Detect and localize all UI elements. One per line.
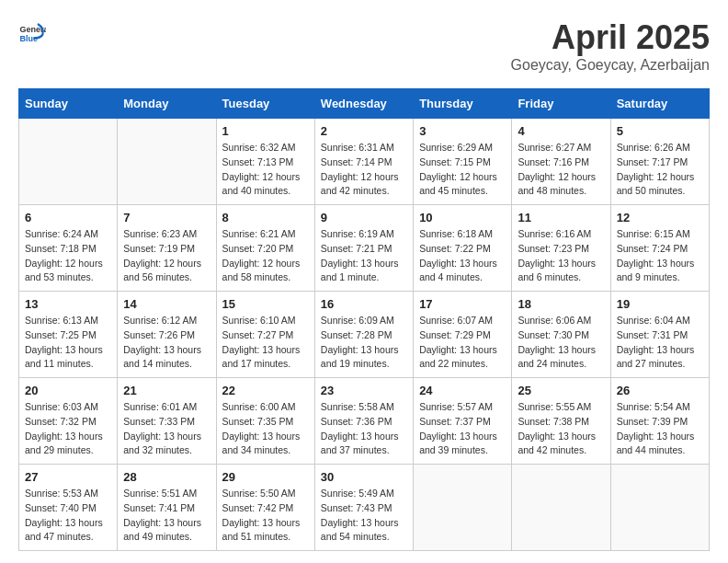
calendar-day-cell: 20Sunrise: 6:03 AMSunset: 7:32 PMDayligh… [19, 378, 118, 465]
day-number: 12 [617, 211, 703, 224]
day-number: 28 [123, 470, 210, 484]
day-info: Sunrise: 5:51 AMSunset: 7:41 PMDaylight:… [123, 487, 210, 545]
day-info: Sunrise: 6:19 AMSunset: 7:21 PMDaylight:… [321, 227, 407, 285]
day-info: Sunrise: 6:27 AMSunset: 7:16 PMDaylight:… [518, 141, 604, 199]
day-number: 6 [25, 211, 111, 224]
calendar-day-cell: 10Sunrise: 6:18 AMSunset: 7:22 PMDayligh… [414, 205, 512, 292]
calendar-day-cell: 19Sunrise: 6:04 AMSunset: 7:31 PMDayligh… [610, 292, 709, 378]
page-header: General Blue April 2025 Goeycay, Goeycay… [18, 18, 710, 74]
day-number: 21 [123, 384, 210, 397]
day-number: 11 [518, 211, 604, 224]
day-number: 27 [25, 470, 111, 484]
calendar-day-cell [19, 119, 118, 205]
day-info: Sunrise: 6:32 AMSunset: 7:13 PMDaylight:… [222, 141, 309, 199]
title-area: April 2025 Goeycay, Goeycay, Azerbaijan [511, 18, 710, 74]
calendar-day-cell: 29Sunrise: 5:50 AMSunset: 7:42 PMDayligh… [216, 465, 314, 551]
day-info: Sunrise: 6:00 AMSunset: 7:35 PMDaylight:… [222, 400, 309, 458]
calendar-day-cell: 12Sunrise: 6:15 AMSunset: 7:24 PMDayligh… [610, 205, 709, 292]
calendar-day-cell [118, 119, 216, 205]
day-number: 8 [222, 211, 309, 224]
day-number: 13 [25, 297, 111, 311]
day-number: 29 [222, 470, 309, 484]
calendar-day-cell: 6Sunrise: 6:24 AMSunset: 7:18 PMDaylight… [19, 205, 118, 292]
day-number: 5 [617, 124, 703, 138]
day-number: 23 [321, 384, 407, 397]
day-number: 16 [321, 297, 407, 311]
day-info: Sunrise: 6:18 AMSunset: 7:22 PMDaylight:… [419, 227, 506, 285]
day-number: 1 [222, 124, 309, 138]
day-number: 9 [321, 211, 407, 224]
logo-icon: General Blue [18, 18, 46, 46]
calendar-day-cell: 27Sunrise: 5:53 AMSunset: 7:40 PMDayligh… [19, 465, 118, 551]
calendar-week-row: 20Sunrise: 6:03 AMSunset: 7:32 PMDayligh… [19, 378, 710, 465]
day-number: 24 [419, 384, 506, 397]
calendar-day-cell: 1Sunrise: 6:32 AMSunset: 7:13 PMDaylight… [216, 119, 314, 205]
weekday-header-cell: Sunday [19, 89, 118, 119]
day-info: Sunrise: 6:21 AMSunset: 7:20 PMDaylight:… [222, 227, 309, 285]
day-number: 20 [25, 384, 111, 397]
calendar-week-row: 6Sunrise: 6:24 AMSunset: 7:18 PMDaylight… [19, 205, 710, 292]
calendar-day-cell: 18Sunrise: 6:06 AMSunset: 7:30 PMDayligh… [512, 292, 610, 378]
calendar-week-row: 13Sunrise: 6:13 AMSunset: 7:25 PMDayligh… [19, 292, 710, 378]
calendar-day-cell [414, 465, 512, 551]
day-number: 3 [419, 124, 506, 138]
calendar-week-row: 27Sunrise: 5:53 AMSunset: 7:40 PMDayligh… [19, 465, 710, 551]
calendar-day-cell: 25Sunrise: 5:55 AMSunset: 7:38 PMDayligh… [512, 378, 610, 465]
calendar-day-cell: 24Sunrise: 5:57 AMSunset: 7:37 PMDayligh… [414, 378, 512, 465]
calendar-day-cell: 13Sunrise: 6:13 AMSunset: 7:25 PMDayligh… [19, 292, 118, 378]
day-info: Sunrise: 5:53 AMSunset: 7:40 PMDaylight:… [25, 487, 111, 545]
calendar-day-cell: 17Sunrise: 6:07 AMSunset: 7:29 PMDayligh… [414, 292, 512, 378]
day-info: Sunrise: 6:31 AMSunset: 7:14 PMDaylight:… [321, 141, 407, 199]
calendar-day-cell: 8Sunrise: 6:21 AMSunset: 7:20 PMDaylight… [216, 205, 314, 292]
day-info: Sunrise: 6:09 AMSunset: 7:28 PMDaylight:… [321, 314, 407, 372]
calendar-body: 1Sunrise: 6:32 AMSunset: 7:13 PMDaylight… [19, 119, 710, 551]
day-info: Sunrise: 6:06 AMSunset: 7:30 PMDaylight:… [518, 314, 604, 372]
weekday-header-cell: Tuesday [216, 89, 314, 119]
calendar-day-cell: 7Sunrise: 6:23 AMSunset: 7:19 PMDaylight… [118, 205, 216, 292]
calendar-table: SundayMondayTuesdayWednesdayThursdayFrid… [18, 88, 710, 551]
weekday-header-cell: Monday [118, 89, 216, 119]
calendar-day-cell: 15Sunrise: 6:10 AMSunset: 7:27 PMDayligh… [216, 292, 314, 378]
day-info: Sunrise: 6:10 AMSunset: 7:27 PMDaylight:… [222, 314, 309, 372]
calendar-day-cell: 23Sunrise: 5:58 AMSunset: 7:36 PMDayligh… [314, 378, 413, 465]
day-number: 17 [419, 297, 506, 311]
calendar-day-cell [512, 465, 610, 551]
calendar-day-cell: 14Sunrise: 6:12 AMSunset: 7:26 PMDayligh… [118, 292, 216, 378]
day-number: 30 [321, 470, 407, 484]
day-number: 10 [419, 211, 506, 224]
calendar-day-cell: 16Sunrise: 6:09 AMSunset: 7:28 PMDayligh… [314, 292, 413, 378]
day-info: Sunrise: 5:55 AMSunset: 7:38 PMDaylight:… [518, 400, 604, 458]
day-info: Sunrise: 6:16 AMSunset: 7:23 PMDaylight:… [518, 227, 604, 285]
day-info: Sunrise: 5:54 AMSunset: 7:39 PMDaylight:… [617, 400, 703, 458]
month-title: April 2025 [511, 18, 710, 57]
day-info: Sunrise: 5:50 AMSunset: 7:42 PMDaylight:… [222, 487, 309, 545]
day-number: 22 [222, 384, 309, 397]
location-title: Goeycay, Goeycay, Azerbaijan [511, 57, 710, 74]
weekday-header-cell: Friday [512, 89, 610, 119]
day-info: Sunrise: 6:07 AMSunset: 7:29 PMDaylight:… [419, 314, 506, 372]
day-info: Sunrise: 6:12 AMSunset: 7:26 PMDaylight:… [123, 314, 210, 372]
day-number: 15 [222, 297, 309, 311]
day-number: 25 [518, 384, 604, 397]
calendar-day-cell: 2Sunrise: 6:31 AMSunset: 7:14 PMDaylight… [314, 119, 413, 205]
day-number: 14 [123, 297, 210, 311]
weekday-header-cell: Wednesday [314, 89, 413, 119]
weekday-header-cell: Saturday [610, 89, 709, 119]
day-number: 26 [617, 384, 703, 397]
day-info: Sunrise: 6:13 AMSunset: 7:25 PMDaylight:… [25, 314, 111, 372]
day-info: Sunrise: 6:03 AMSunset: 7:32 PMDaylight:… [25, 400, 111, 458]
calendar-day-cell: 22Sunrise: 6:00 AMSunset: 7:35 PMDayligh… [216, 378, 314, 465]
calendar-day-cell: 21Sunrise: 6:01 AMSunset: 7:33 PMDayligh… [118, 378, 216, 465]
calendar-day-cell: 11Sunrise: 6:16 AMSunset: 7:23 PMDayligh… [512, 205, 610, 292]
day-info: Sunrise: 6:29 AMSunset: 7:15 PMDaylight:… [419, 141, 506, 199]
day-info: Sunrise: 6:15 AMSunset: 7:24 PMDaylight:… [617, 227, 703, 285]
calendar-day-cell: 26Sunrise: 5:54 AMSunset: 7:39 PMDayligh… [610, 378, 709, 465]
svg-text:Blue: Blue [20, 34, 39, 43]
day-info: Sunrise: 6:01 AMSunset: 7:33 PMDaylight:… [123, 400, 210, 458]
day-info: Sunrise: 5:49 AMSunset: 7:43 PMDaylight:… [321, 487, 407, 545]
calendar-day-cell: 30Sunrise: 5:49 AMSunset: 7:43 PMDayligh… [314, 465, 413, 551]
day-number: 18 [518, 297, 604, 311]
weekday-header-row: SundayMondayTuesdayWednesdayThursdayFrid… [19, 89, 710, 119]
day-info: Sunrise: 6:26 AMSunset: 7:17 PMDaylight:… [617, 141, 703, 199]
day-number: 4 [518, 124, 604, 138]
